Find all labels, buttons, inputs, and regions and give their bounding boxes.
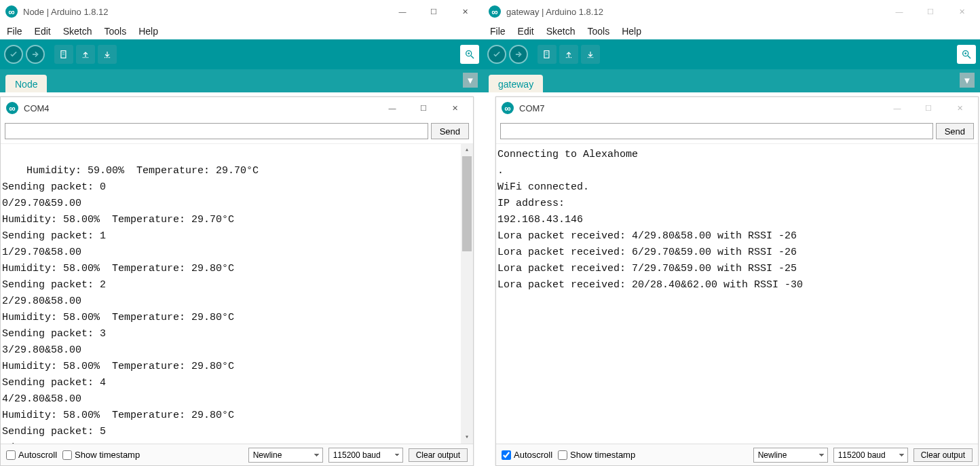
toolbar xyxy=(0,39,483,69)
minimize-button[interactable]: — xyxy=(377,98,408,118)
menu-sketch[interactable]: Sketch xyxy=(541,24,581,38)
timestamp-checkbox[interactable]: Show timestamp xyxy=(558,450,635,460)
save-sketch-button[interactable] xyxy=(98,45,117,64)
clear-output-button[interactable]: Clear output xyxy=(913,448,973,462)
serial-port-label: COM7 xyxy=(519,103,545,113)
timestamp-label: Show timestamp xyxy=(570,450,635,460)
titlebar[interactable]: gateway | Arduino 1.8.12 — ☐ ✕ xyxy=(483,0,980,23)
serial-monitor-com4: COM4 — ☐ ✕ Send Humidity: 59.00% Tempera… xyxy=(0,96,474,466)
minimize-button[interactable]: — xyxy=(884,1,915,22)
sketch-tab[interactable]: Node xyxy=(5,75,47,92)
sketch-tab-bar: Node ▼ xyxy=(0,69,483,92)
menu-edit[interactable]: Edit xyxy=(512,24,540,38)
timestamp-input[interactable] xyxy=(558,450,567,460)
window-title: gateway | Arduino 1.8.12 xyxy=(506,7,603,17)
serial-output[interactable]: Connecting to Alexahome . WiFi connected… xyxy=(496,144,978,444)
minimize-button[interactable]: — xyxy=(387,1,418,22)
line-ending-select[interactable]: Newline xyxy=(248,448,323,463)
send-button[interactable]: Send xyxy=(936,123,974,139)
svg-line-6 xyxy=(471,56,474,58)
svg-point-15 xyxy=(964,52,966,54)
verify-button[interactable] xyxy=(487,45,506,64)
menu-file[interactable]: File xyxy=(485,24,511,38)
autoscroll-input[interactable] xyxy=(6,450,16,460)
minimize-button[interactable]: — xyxy=(882,98,913,118)
scrollbar[interactable]: ▴ ▾ xyxy=(461,144,473,444)
close-button[interactable]: ✕ xyxy=(946,1,977,22)
menu-sketch[interactable]: Sketch xyxy=(58,24,98,38)
serial-port-label: COM4 xyxy=(24,103,50,113)
upload-button[interactable] xyxy=(26,45,45,64)
toolbar xyxy=(483,39,980,69)
scroll-up-icon[interactable]: ▴ xyxy=(461,144,473,156)
sketch-tab-bar: gateway ▼ xyxy=(483,69,980,92)
serial-monitor-com7: COM7 — ☐ ✕ Send Connecting to Alexahome … xyxy=(495,96,979,466)
titlebar[interactable]: Node | Arduino 1.8.12 — ☐ ✕ xyxy=(0,0,483,23)
arduino-logo-icon xyxy=(502,102,514,114)
arduino-logo-icon xyxy=(489,5,501,18)
svg-line-14 xyxy=(968,56,970,58)
maximize-button[interactable]: ☐ xyxy=(913,98,944,118)
maximize-button[interactable]: ☐ xyxy=(408,98,439,118)
scroll-down-icon[interactable]: ▾ xyxy=(461,431,473,444)
verify-button[interactable] xyxy=(4,45,23,64)
timestamp-checkbox[interactable]: Show timestamp xyxy=(62,450,140,460)
line-ending-select[interactable]: Newline xyxy=(753,448,828,463)
close-button[interactable]: ✕ xyxy=(944,98,975,118)
menubar: File Edit Sketch Tools Help xyxy=(0,23,483,39)
baud-select[interactable]: 115200 baud xyxy=(833,448,908,463)
autoscroll-label: Autoscroll xyxy=(514,450,552,460)
baud-select[interactable]: 115200 baud xyxy=(328,448,403,463)
timestamp-input[interactable] xyxy=(62,450,72,460)
serial-output[interactable]: Humidity: 59.00% Temperature: 29.70°C Se… xyxy=(1,144,473,444)
serial-input[interactable] xyxy=(500,123,933,139)
serial-monitor-button[interactable] xyxy=(460,45,479,64)
svg-point-7 xyxy=(468,52,470,54)
tab-menu-button[interactable]: ▼ xyxy=(960,73,975,88)
autoscroll-checkbox[interactable]: Autoscroll xyxy=(6,450,57,460)
serial-footer: Autoscroll Show timestamp Newline 115200… xyxy=(1,444,473,465)
menu-edit[interactable]: Edit xyxy=(29,24,56,38)
open-sketch-button[interactable] xyxy=(559,45,578,64)
clear-output-button[interactable]: Clear output xyxy=(409,448,468,462)
menu-tools[interactable]: Tools xyxy=(582,24,616,38)
menubar: File Edit Sketch Tools Help xyxy=(483,23,980,39)
window-title: Node | Arduino 1.8.12 xyxy=(23,7,109,17)
send-button[interactable]: Send xyxy=(431,123,469,139)
serial-input[interactable] xyxy=(5,123,428,139)
arduino-logo-icon xyxy=(6,102,18,114)
timestamp-label: Show timestamp xyxy=(75,450,140,460)
menu-tools[interactable]: Tools xyxy=(99,24,132,38)
autoscroll-label: Autoscroll xyxy=(18,450,57,460)
maximize-button[interactable]: ☐ xyxy=(915,1,946,22)
menu-help[interactable]: Help xyxy=(133,24,164,38)
new-sketch-button[interactable] xyxy=(538,45,557,64)
scrollbar-thumb[interactable] xyxy=(462,156,472,251)
serial-titlebar[interactable]: COM7 — ☐ ✕ xyxy=(496,97,978,119)
maximize-button[interactable]: ☐ xyxy=(418,1,449,22)
upload-button[interactable] xyxy=(509,45,528,64)
new-sketch-button[interactable] xyxy=(54,45,73,64)
close-button[interactable]: ✕ xyxy=(439,98,470,118)
menu-file[interactable]: File xyxy=(1,24,28,38)
menu-help[interactable]: Help xyxy=(616,24,647,38)
save-sketch-button[interactable] xyxy=(581,45,600,64)
tab-menu-button[interactable]: ▼ xyxy=(463,73,478,88)
sketch-tab[interactable]: gateway xyxy=(489,75,543,92)
close-button[interactable]: ✕ xyxy=(449,1,480,22)
arduino-logo-icon xyxy=(5,5,18,18)
serial-monitor-button[interactable] xyxy=(957,45,976,64)
serial-titlebar[interactable]: COM4 — ☐ ✕ xyxy=(1,97,473,119)
serial-footer: Autoscroll Show timestamp Newline 115200… xyxy=(496,444,978,465)
open-sketch-button[interactable] xyxy=(76,45,95,64)
autoscroll-input[interactable] xyxy=(502,450,511,460)
autoscroll-checkbox[interactable]: Autoscroll xyxy=(502,450,552,460)
